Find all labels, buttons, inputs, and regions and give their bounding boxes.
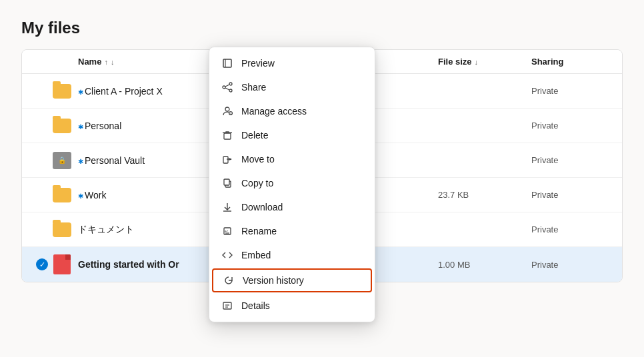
folder-icon [53, 119, 71, 133]
menu-item-label: Rename [241, 226, 277, 236]
menu-item-move-to[interactable]: Move to [209, 147, 375, 171]
menu-item-delete[interactable]: Delete [209, 123, 375, 147]
menu-item-label: Delete [241, 130, 268, 141]
menu-item-label: Embed [241, 250, 271, 260]
row-sharing: Private [531, 155, 611, 165]
row-sharing: Private [531, 121, 611, 131]
menu-item-label: Copy to [241, 178, 273, 188]
svg-rect-20 [223, 302, 231, 309]
svg-text:↩: ↩ [225, 229, 228, 233]
filesize-sort-icon: ↓ [475, 58, 479, 66]
svg-point-6 [225, 107, 229, 111]
svg-point-2 [223, 86, 225, 89]
svg-rect-0 [223, 59, 231, 67]
svg-point-3 [229, 89, 232, 92]
row-sharing: Private [531, 224, 611, 234]
svg-rect-9 [224, 133, 231, 139]
menu-item-label: Version history [243, 275, 304, 286]
row-sharing: Private [531, 260, 611, 270]
menu-item-manage-access[interactable]: ♻ Manage access [209, 99, 375, 123]
vault-icon: 🔒 [53, 152, 71, 169]
row-icon [51, 119, 73, 133]
row-filesize: 1.00 MB [438, 260, 531, 270]
delete-icon [221, 129, 233, 141]
menu-item-details[interactable]: Details [209, 294, 375, 318]
menu-item-embed[interactable]: Embed [209, 243, 375, 267]
page-title: My files [21, 19, 623, 37]
row-icon [51, 222, 73, 237]
menu-item-label: Preview [241, 58, 275, 69]
col-filesize-header[interactable]: File size ↓ [438, 57, 531, 67]
embed-icon [221, 249, 233, 261]
file-icon [53, 254, 71, 274]
menu-item-copy-to[interactable]: Copy to [209, 171, 375, 195]
menu-item-label: Download [241, 202, 283, 212]
svg-rect-14 [224, 179, 229, 185]
share-icon [221, 81, 233, 93]
folder-icon [53, 222, 71, 237]
svg-rect-11 [223, 157, 228, 163]
row-icon: 🔒 [51, 152, 73, 169]
folder-icon [53, 84, 71, 99]
download-icon [221, 201, 233, 213]
row-filesize: 23.7 KB [438, 190, 531, 200]
row-sharing: Private [531, 190, 611, 200]
page-container: My files Name ↑ ↓ File size ↓ Sharing [0, 0, 644, 357]
checkbox-checked-icon: ✓ [36, 258, 48, 270]
col-sharing-header: Sharing [531, 57, 611, 67]
name-sort-asc-icon: ↑ [104, 58, 108, 66]
row-icon [51, 84, 73, 99]
row-icon [51, 188, 73, 202]
menu-item-share[interactable]: Share [209, 75, 375, 99]
context-menu: Preview Share ♻ Manage access Delete [209, 47, 375, 322]
details-icon [221, 300, 233, 312]
menu-item-label: Share [241, 82, 266, 93]
menu-item-rename[interactable]: ↩ Rename [209, 219, 375, 243]
manage-access-icon: ♻ [221, 105, 233, 117]
rename-icon: ↩ [221, 225, 233, 237]
menu-item-download[interactable]: Download [209, 195, 375, 219]
preview-icon [221, 57, 233, 69]
row-sharing: Private [531, 86, 611, 96]
menu-item-preview[interactable]: Preview [209, 51, 375, 75]
version-history-icon [223, 274, 235, 286]
copy-to-icon [221, 177, 233, 189]
name-sort-desc-icon: ↓ [111, 58, 115, 66]
menu-item-label: Details [241, 300, 270, 311]
svg-text:♻: ♻ [229, 112, 232, 115]
svg-line-4 [225, 85, 229, 87]
menu-item-label: Move to [241, 154, 275, 165]
menu-item-label: Manage access [241, 106, 307, 117]
menu-item-version-history[interactable]: Version history [212, 268, 372, 292]
svg-line-5 [225, 88, 229, 90]
svg-point-1 [229, 83, 232, 85]
row-icon [51, 254, 73, 274]
row-checkbox[interactable]: ✓ [33, 258, 51, 270]
move-to-icon [221, 153, 233, 165]
folder-icon [53, 188, 71, 202]
